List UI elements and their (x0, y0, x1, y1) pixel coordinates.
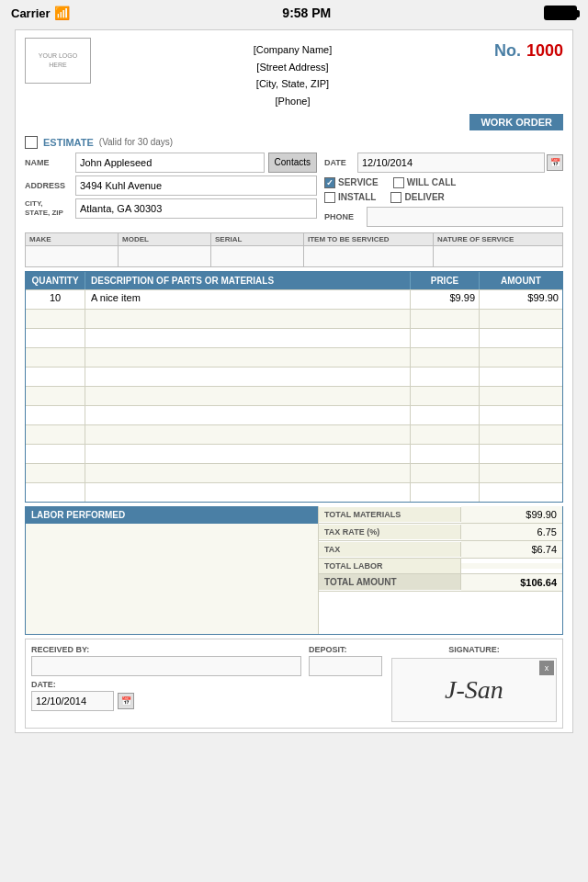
carrier-label: Carrier 📶 (11, 6, 70, 20)
phone-input[interactable] (367, 207, 563, 227)
company-phone: [Phone] (91, 93, 494, 110)
desc-cell (85, 348, 411, 367)
make-header: MAKE (26, 233, 118, 246)
company-logo: YOUR LOGO HERE (25, 38, 91, 84)
deliver-checkbox-item[interactable]: DELIVER (390, 192, 444, 203)
total-labor-value (461, 563, 562, 569)
labor-section: LABOR PERFORMED (26, 506, 319, 634)
desc-cell (85, 406, 411, 424)
footer-date-input[interactable] (31, 691, 114, 711)
model-cell: MODEL (119, 233, 211, 266)
parts-rows: 10 A nice item $9.99 $99.90 (26, 289, 562, 502)
table-row[interactable]: 10 A nice item $9.99 $99.90 (26, 289, 562, 309)
total-labor-row: TOTAL LABOR (319, 559, 562, 574)
status-bar: Carrier 📶 9:58 PM (0, 0, 588, 26)
qty-cell (26, 310, 85, 328)
install-checkbox-item[interactable]: INSTALL (324, 192, 376, 203)
customer-section: NAME Contacts ADDRESS CITY, STATE, ZIP D… (16, 151, 572, 229)
signature-close-button[interactable]: x (539, 661, 554, 675)
footer-date-field: DATE: 📅 (31, 680, 382, 711)
calendar-icon[interactable]: 📅 (547, 154, 563, 171)
install-checkbox[interactable] (324, 192, 335, 203)
table-row[interactable] (26, 424, 562, 444)
no-label: No. (494, 41, 521, 61)
deposit-input[interactable] (309, 656, 382, 676)
amount-cell (480, 464, 562, 482)
desc-header: DESCRIPTION OF PARTS OR MATERIALS (85, 272, 411, 289)
customer-right: DATE 📅 ✓ SERVICE WILL CALL INSTALL (324, 153, 563, 227)
table-row[interactable] (26, 482, 562, 502)
received-by-input[interactable] (31, 656, 301, 676)
name-input[interactable] (75, 153, 265, 173)
item-header: ITEM TO BE SERVICED (304, 233, 433, 246)
work-order-button[interactable]: WORK ORDER (469, 114, 563, 130)
amount-cell (480, 368, 562, 386)
amount-cell (480, 483, 562, 502)
signature-box: x J-San (391, 658, 557, 722)
estimate-checkbox[interactable] (25, 136, 38, 149)
footer-calendar-icon[interactable]: 📅 (118, 693, 134, 709)
parts-table: QUANTITY DESCRIPTION OF PARTS OR MATERIA… (25, 271, 563, 503)
tax-label: TAX (319, 542, 461, 557)
signature-group: SIGNATURE: x J-San (391, 645, 557, 722)
service-checkbox-item[interactable]: ✓ SERVICE (324, 177, 379, 188)
desc-cell (85, 445, 411, 463)
qty-cell (26, 387, 85, 405)
document-header: YOUR LOGO HERE [Company Name] [Street Ad… (16, 30, 572, 114)
amount-cell (480, 329, 562, 347)
will-call-checkbox[interactable] (393, 177, 404, 188)
city-input[interactable] (75, 198, 317, 219)
carrier-text: Carrier (11, 6, 51, 20)
contacts-button[interactable]: Contacts (268, 153, 317, 173)
labor-body[interactable] (26, 524, 318, 634)
price-cell: $9.99 (411, 290, 480, 309)
price-cell (411, 483, 480, 502)
company-info: [Company Name] [Street Address] [City, S… (91, 38, 494, 110)
street-address: [Street Address] (91, 59, 494, 76)
price-cell (411, 310, 480, 328)
amount-cell (480, 348, 562, 367)
table-row[interactable] (26, 328, 562, 347)
table-row[interactable] (26, 347, 562, 367)
address-label: ADDRESS (25, 181, 75, 190)
table-row[interactable] (26, 309, 562, 328)
date-input[interactable] (357, 153, 545, 173)
no-value: 1000 (526, 41, 563, 61)
totals-section: TOTAL MATERIALS $99.90 TAX RATE (%) 6.75… (319, 506, 562, 634)
make-input[interactable] (26, 246, 118, 266)
table-row[interactable] (26, 405, 562, 424)
amount-cell: $99.90 (480, 290, 562, 309)
model-input[interactable] (119, 246, 210, 266)
qty-cell (26, 445, 85, 463)
table-row[interactable] (26, 386, 562, 405)
deliver-checkbox[interactable] (390, 192, 401, 203)
received-by-field: RECEIVED BY: (31, 645, 301, 676)
nature-input[interactable] (434, 246, 562, 266)
logo-line1: YOUR LOGO (39, 51, 77, 61)
estimate-label: ESTIMATE (43, 137, 94, 148)
service-checkbox[interactable]: ✓ (324, 177, 335, 188)
signature-image: J-San (445, 675, 503, 705)
qty-cell (26, 368, 85, 386)
tax-row: TAX $6.74 (319, 541, 562, 559)
serial-header: SERIAL (211, 233, 303, 246)
serial-input[interactable] (211, 246, 303, 266)
table-row[interactable] (26, 367, 562, 386)
amount-cell (480, 445, 562, 463)
desc-cell (85, 310, 411, 328)
price-cell (411, 406, 480, 424)
qty-header: QUANTITY (26, 272, 85, 289)
will-call-checkbox-item[interactable]: WILL CALL (393, 177, 457, 188)
parts-header: QUANTITY DESCRIPTION OF PARTS OR MATERIA… (26, 272, 562, 289)
date-label: DATE (324, 158, 357, 167)
wifi-icon: 📶 (54, 6, 70, 20)
item-input[interactable] (304, 246, 433, 266)
qty-cell (26, 464, 85, 482)
total-materials-row: TOTAL MATERIALS $99.90 (319, 506, 562, 524)
service-label: SERVICE (338, 177, 379, 187)
table-row[interactable] (26, 463, 562, 482)
address-input[interactable] (75, 175, 317, 196)
deposit-label: DEPOSIT: (309, 645, 382, 654)
total-amount-value: $106.64 (461, 574, 562, 591)
table-row[interactable] (26, 444, 562, 463)
